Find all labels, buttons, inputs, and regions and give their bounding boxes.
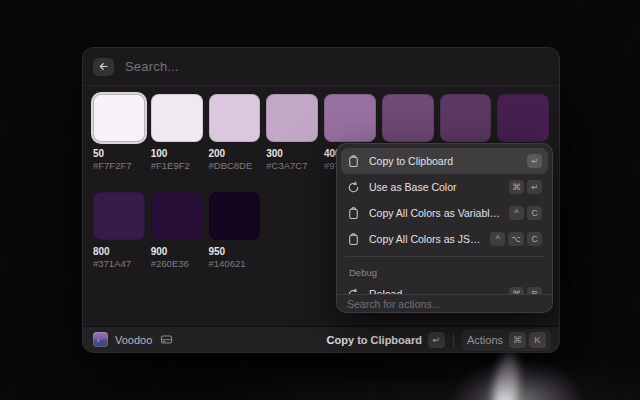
actions-search-input[interactable]: Search for actions... [337, 294, 552, 312]
return-key-badge: ↵ [428, 332, 445, 348]
swatch-weight-label: 900 [151, 246, 203, 258]
actions-keys: ⌘K [509, 332, 546, 348]
palette-cell: 50#F7F2F7 [93, 94, 145, 172]
color-swatch-950[interactable] [209, 192, 261, 240]
color-swatch-7[interactable] [497, 94, 549, 142]
key-badge: ↵ [527, 154, 542, 168]
color-swatch-900[interactable] [151, 192, 203, 240]
swatch-hex-label: #260E36 [151, 258, 203, 270]
search-input[interactable]: Search... [125, 59, 179, 74]
actions-button[interactable]: Actions ⌘K [462, 329, 551, 351]
swatch-hex-label: #DBC8DE [209, 160, 261, 172]
menu-item-use-as-base-color[interactable]: Use as Base Color⌘↵ [341, 174, 548, 200]
menu-item-copy-all-colors-as-json[interactable]: Copy All Colors as JSON^⌥C [341, 226, 548, 252]
color-swatch-50[interactable] [93, 94, 145, 142]
menu-item-copy-to-clipboard[interactable]: Copy to Clipboard↵ [341, 148, 548, 174]
hard-drive-icon [160, 333, 173, 346]
color-swatch-5[interactable] [382, 94, 434, 142]
voodoo-app-icon: › [93, 332, 108, 347]
clipboard-icon [347, 233, 360, 246]
menu-item-reload[interactable]: Reload⌘R [341, 281, 548, 294]
key-badge: C [527, 232, 542, 246]
swatch-weight-label: 50 [93, 148, 145, 160]
swatch-weight-label: 950 [209, 246, 261, 258]
extension-name: Voodoo [115, 334, 152, 346]
back-button[interactable] [93, 58, 114, 76]
swatch-weight-label: 300 [266, 148, 318, 160]
menu-item-label: Copy All Colors as JSON [369, 233, 484, 245]
swatch-hex-label: #C3A7C7 [266, 160, 318, 172]
menu-item-shortcuts: ↵ [527, 154, 542, 168]
key-badge: ^ [509, 206, 524, 220]
swatch-hex-label: #F7F2F7 [93, 160, 145, 172]
desktop-wallpaper: Search... 50#F7F2F7100#F1E9F2200#DBC8DE3… [0, 0, 640, 400]
search-bar: Search... [83, 48, 559, 86]
swatch-hex-label: #F1E9F2 [151, 160, 203, 172]
rotate-icon [347, 181, 360, 194]
color-swatch-400[interactable] [324, 94, 376, 142]
key-badge: K [529, 332, 546, 348]
menu-item-label: Use as Base Color [369, 181, 503, 193]
swatch-hex-label: #371A47 [93, 258, 145, 270]
menu-item-label: Copy to Clipboard [369, 155, 521, 167]
actions-label: Actions [467, 334, 503, 346]
palette-cell: 300#C3A7C7 [266, 94, 318, 172]
color-swatch-300[interactable] [266, 94, 318, 142]
palette-cell: 200#DBC8DE [209, 94, 261, 172]
menu-item-label: Copy All Colors as Variable Declara... [369, 207, 503, 219]
color-swatch-200[interactable] [209, 94, 261, 142]
arrow-left-icon [98, 61, 109, 72]
palette-cell: 950#140621 [209, 192, 261, 270]
menu-item-shortcuts: ⌘↵ [509, 180, 542, 194]
color-swatch-6[interactable] [440, 94, 492, 142]
color-swatch-800[interactable] [93, 192, 145, 240]
status-bar: › Voodoo Copy to Clipboard ↵ Actions ⌘K [83, 326, 559, 352]
swatch-weight-label: 100 [151, 148, 203, 160]
status-bar-divider [453, 333, 454, 347]
palette-cell: 100#F1E9F2 [151, 94, 203, 172]
swatch-hex-label: #140621 [209, 258, 261, 270]
key-badge: ^ [490, 232, 505, 246]
key-badge: ⌘ [509, 332, 526, 348]
key-badge: C [527, 206, 542, 220]
actions-menu: Copy to Clipboard↵Use as Base Color⌘↵Cop… [336, 143, 553, 313]
palette-cell: 800#371A47 [93, 192, 145, 270]
key-badge: ⌘ [509, 180, 524, 194]
clipboard-icon [347, 155, 360, 168]
key-badge: ⌥ [508, 232, 524, 246]
actions-menu-list: Copy to Clipboard↵Use as Base Color⌘↵Cop… [341, 148, 548, 294]
key-badge: ⌘ [509, 287, 524, 294]
swatch-weight-label: 200 [209, 148, 261, 160]
palette-cell: 900#260E36 [151, 192, 203, 270]
menu-item-shortcuts: ⌘R [509, 287, 542, 294]
primary-action-button[interactable]: Copy to Clipboard ↵ [327, 332, 445, 348]
menu-item-shortcuts: ^⌥C [490, 232, 542, 246]
menu-divider [345, 256, 544, 257]
clipboard-icon [347, 207, 360, 220]
color-swatch-100[interactable] [151, 94, 203, 142]
menu-section-debug: Debug [341, 261, 548, 281]
key-badge: R [527, 287, 542, 294]
primary-action-label: Copy to Clipboard [327, 334, 422, 346]
key-badge: ↵ [527, 180, 542, 194]
menu-item-shortcuts: ^C [509, 206, 542, 220]
menu-item-copy-all-colors-as-variable-declara[interactable]: Copy All Colors as Variable Declara...^C [341, 200, 548, 226]
swatch-weight-label: 800 [93, 246, 145, 258]
